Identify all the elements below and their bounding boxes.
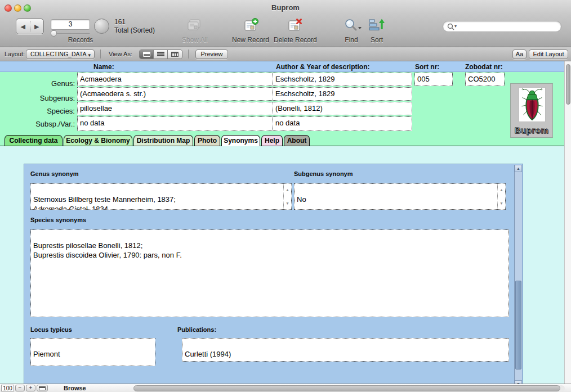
layout-label: Layout: — [5, 51, 25, 57]
sort-nr-column-header: Sort nr: — [415, 63, 439, 71]
tab-distribution-map[interactable]: Distribution Map — [133, 135, 193, 146]
mode-label: Browse — [64, 385, 86, 391]
tab-about[interactable]: About — [284, 135, 310, 146]
total-count: 161 — [114, 18, 155, 26]
subgenus-synonym-field[interactable]: No ▲ ▼ — [294, 183, 506, 210]
search-box[interactable]: ▾ — [443, 21, 561, 32]
scroll-up-icon[interactable]: ▲ — [515, 165, 522, 172]
window-horizontal-scrollbar[interactable] — [133, 385, 565, 391]
total-label: Total (Sorted) — [114, 26, 155, 35]
scrollbar-thumb[interactable] — [566, 64, 570, 105]
previous-record-icon[interactable]: ◀ — [16, 19, 30, 34]
layout-dropdown[interactable]: COLLECTING_DATA ▾ — [26, 49, 95, 59]
record-content: Name: Author & Year of description: Sort… — [0, 61, 571, 384]
window-chrome: Buprom ◀ ▶ 3 161 Total (Sorted) Records — [0, 0, 571, 47]
genus-author-field[interactable]: Eschscholtz, 1829 — [273, 73, 412, 86]
edit-layout-button[interactable]: Edit Layout — [529, 49, 568, 59]
species-field[interactable]: pillosellae — [77, 102, 273, 115]
separator — [188, 49, 189, 58]
tab-synonyms[interactable]: Synonyms — [221, 135, 260, 146]
subgenus-synonym-value: No — [297, 195, 306, 204]
table-view-button[interactable] — [168, 50, 182, 58]
subsp-author-field[interactable]: no data — [273, 116, 412, 131]
species-label: Species: — [0, 107, 75, 115]
panel-scrollbar[interactable]: ▲ ▼ — [514, 165, 522, 384]
zobodat-nr-field[interactable]: CO5200 — [465, 73, 505, 86]
next-record-icon[interactable]: ▶ — [30, 19, 44, 34]
subgenus-label: Subgenus: — [0, 94, 75, 102]
sort-icon[interactable] — [368, 17, 385, 34]
genus-synonym-field[interactable]: Sternoxus Billberg teste Mannerheim, 183… — [30, 183, 292, 210]
tab-photo[interactable]: Photo — [194, 135, 220, 146]
delete-record-button[interactable]: Delete Record — [274, 36, 316, 44]
tab-ecology-bionomy[interactable]: Ecology & Bionomy — [64, 135, 132, 146]
record-slider[interactable] — [51, 33, 90, 35]
separator — [100, 49, 101, 58]
preview-button[interactable]: Preview — [195, 49, 228, 59]
text-size-button[interactable]: Aa — [512, 49, 527, 59]
window-vertical-scrollbar[interactable] — [564, 61, 571, 384]
scroll-up-icon[interactable]: ▲ — [499, 185, 503, 195]
zoom-level-field[interactable]: 100 — [1, 385, 14, 391]
list-view-button[interactable] — [154, 50, 168, 58]
scroll-down-icon[interactable]: ▼ — [499, 199, 503, 208]
toolbar: ◀ ▶ 3 161 Total (Sorted) Records — [0, 15, 571, 47]
search-input[interactable] — [460, 22, 558, 31]
author-column-header: Author & Year of description: — [276, 63, 369, 71]
subgenus-synonym-label: Subgenus synonym — [294, 170, 353, 177]
sort-button[interactable]: Sort — [368, 36, 386, 44]
sort-nr-field[interactable]: 005 — [414, 73, 453, 86]
genus-label: Genus: — [0, 79, 75, 88]
publications-field[interactable]: Curletti (1994) — [182, 338, 509, 362]
field-scrollbar[interactable]: ▲ ▼ — [283, 184, 291, 209]
synonyms-panel: Genus synonym Sternoxus Billberg teste M… — [24, 164, 523, 384]
view-mode-segmented-control — [139, 49, 182, 59]
table-view-icon — [171, 52, 179, 57]
field-scrollbar[interactable]: ▲ ▼ — [497, 184, 505, 209]
tab-bar: Collecting data Ecology & Bionomy Distri… — [5, 135, 311, 146]
genus-synonym-label: Genus synonym — [30, 170, 79, 177]
species-synonyms-field[interactable]: Buprestis pilosellae Bonelli, 1812; Bupr… — [30, 229, 509, 317]
locus-typicus-value: Piemont — [33, 350, 60, 358]
app-window: Buprom ◀ ▶ 3 161 Total (Sorted) Records — [0, 0, 571, 392]
tab-panel-synonyms: Genus synonym Sternoxus Billberg teste M… — [0, 146, 564, 384]
tab-collecting-data[interactable]: Collecting data — [5, 135, 63, 146]
subgenus-author-field[interactable]: Eschscholtz, 1829 — [273, 87, 412, 101]
subsp-var-field[interactable]: no data — [77, 116, 273, 131]
new-record-icon[interactable] — [243, 17, 260, 34]
scrollbar-thumb[interactable] — [515, 281, 521, 370]
current-record-field[interactable]: 3 — [51, 19, 90, 30]
genus-field[interactable]: Acmaeodera — [77, 73, 273, 86]
zoom-in-button[interactable]: + — [26, 385, 35, 391]
search-dropdown-icon[interactable]: ▾ — [454, 24, 457, 29]
new-record-button[interactable]: New Record — [232, 36, 269, 44]
zoom-out-button[interactable]: − — [15, 385, 25, 391]
status-area-toggle-button[interactable] — [37, 385, 48, 391]
window-title: Buprom — [0, 3, 571, 12]
dropdown-arrow-icon: ▾ — [88, 51, 91, 60]
delete-record-icon[interactable] — [287, 17, 304, 34]
show-all-icon — [186, 17, 203, 34]
scroll-down-icon[interactable]: ▼ — [286, 199, 289, 208]
view-as-label: View As: — [109, 51, 132, 57]
layout-dropdown-value: COLLECTING_DATA — [30, 51, 86, 57]
locus-typicus-field[interactable]: Piemont — [30, 338, 155, 366]
tab-help[interactable]: Help — [261, 135, 283, 146]
record-navigation-control[interactable]: ◀ ▶ — [16, 19, 44, 34]
buprom-logo-text: Buprom — [511, 125, 552, 135]
subgenus-field[interactable]: (Acmaeodera s. str.) — [77, 87, 273, 101]
species-synonyms-value: Buprestis pilosellae Bonelli, 1812; Bupr… — [33, 241, 182, 259]
scrollbar-thumb[interactable] — [133, 385, 560, 391]
find-icon[interactable] — [343, 17, 360, 34]
form-view-button[interactable] — [140, 50, 154, 58]
species-author-field[interactable]: (Bonelli, 1812) — [273, 102, 412, 115]
search-icon — [447, 23, 455, 31]
find-button[interactable]: Find — [342, 36, 360, 44]
scroll-up-icon[interactable]: ▲ — [286, 185, 289, 195]
found-set-pie-icon[interactable] — [94, 19, 109, 34]
zobodat-nr-column-header: Zobodat nr: — [465, 63, 503, 71]
status-bar: 100 − + Browse — [0, 384, 571, 392]
form-view-icon — [143, 52, 150, 57]
title-bar[interactable]: Buprom — [0, 0, 571, 15]
layout-bar: Layout: COLLECTING_DATA ▾ View As: Previ… — [0, 47, 571, 61]
